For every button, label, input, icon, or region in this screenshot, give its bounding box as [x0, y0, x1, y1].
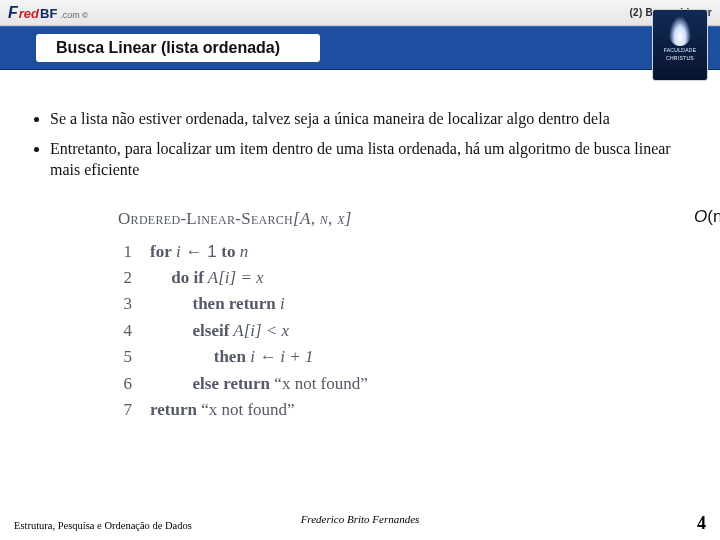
complexity-arg: (n): [707, 207, 720, 226]
badge-line2: CHRISTUS: [666, 56, 694, 62]
footer-left: Estrutura, Pesquisa e Ordenação de Dados: [14, 520, 192, 531]
slide-title: Busca Linear (lista ordenada): [36, 34, 320, 62]
algo-line-1: 1 for i ← 1 to n: [118, 239, 692, 265]
flame-icon: [669, 16, 691, 46]
algorithm-name: Ordered-Linear-Search[A, n, x]: [118, 209, 692, 229]
algo-line-3: 3 then return i: [118, 291, 692, 317]
brand-f: F: [8, 4, 18, 22]
badge-line1: FACULDADE: [664, 48, 697, 54]
footer: Estrutura, Pesquisa e Ordenação de Dados…: [0, 513, 720, 534]
list-item: Entretanto, para localizar um item dentr…: [50, 138, 692, 181]
algo-line-6: 6 else return “x not found”: [118, 371, 692, 397]
complexity-o: O: [694, 207, 707, 226]
brand-reg: ©: [82, 11, 88, 20]
footer-author: Frederico Brito Fernandes: [301, 513, 420, 525]
brand-ext: .com: [60, 10, 80, 20]
algo-line-4: 4 elseif A[i] < x: [118, 318, 692, 344]
list-item: Se a lista não estiver ordenada, talvez …: [50, 108, 692, 130]
algo-line-5: 5 then i ← i + 1: [118, 344, 692, 370]
algo-line-2: 2 do if A[i] = x: [118, 265, 692, 291]
algo-line-7: 7 return “x not found”: [118, 397, 692, 423]
brand-red: red: [19, 6, 39, 21]
content-area: Se a lista não estiver ordenada, talvez …: [0, 70, 720, 423]
brand-bf: BF: [40, 6, 57, 21]
complexity-label: O(n): [694, 207, 720, 227]
institution-badge: FACULDADE CHRISTUS: [652, 9, 708, 81]
algorithm-block: O(n) Ordered-Linear-Search[A, n, x] 1 fo…: [118, 209, 692, 423]
title-bar: Busca Linear (lista ordenada) FACULDADE …: [0, 26, 720, 70]
brand-logo: FredBF .com ©: [8, 4, 88, 22]
page-number: 4: [697, 513, 706, 534]
bullet-list: Se a lista não estiver ordenada, talvez …: [28, 108, 692, 181]
top-bar: FredBF .com © (2) Busca Linear: [0, 0, 720, 26]
